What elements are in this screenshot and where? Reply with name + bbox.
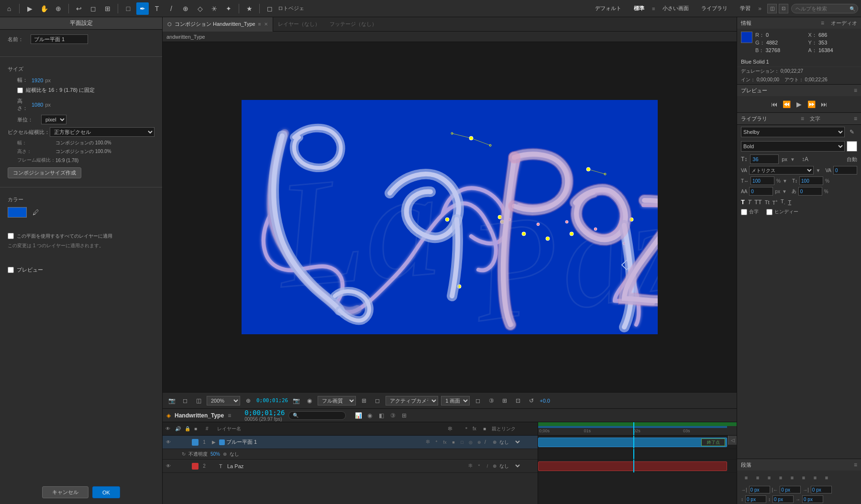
opacity-value[interactable]: 50% (210, 451, 220, 457)
baseline-input[interactable] (749, 187, 773, 196)
tl-3d-btn[interactable]: ③ (388, 411, 397, 420)
track-bar-2[interactable] (538, 461, 727, 471)
tl-mask-btn[interactable]: ◧ (376, 411, 386, 420)
track-expand-btn[interactable]: ◁ (731, 438, 735, 443)
view-select[interactable]: アクティブカメラ (386, 396, 438, 405)
align-right-btn[interactable]: ≡ (764, 472, 774, 483)
l1-cont4[interactable]: ■ (450, 438, 457, 446)
workspace-learn[interactable]: 学習 (735, 3, 755, 13)
play-btn[interactable]: ▶ (794, 99, 805, 110)
canvas-area[interactable]: La Paz (163, 42, 737, 392)
layer-2-audio[interactable] (174, 462, 181, 470)
indent-left[interactable] (749, 486, 770, 493)
undo-tool[interactable]: ↩ (73, 2, 85, 15)
reset-btn[interactable]: ↺ (526, 395, 537, 406)
layer-row-1[interactable]: 👁 1 ▶ ブルー平面 1 串 ＊ fx ■ □ (163, 436, 538, 449)
indent-right[interactable] (780, 486, 801, 493)
search-input[interactable] (791, 4, 858, 13)
fast-preview-btn[interactable]: ◉ (304, 395, 315, 406)
audio-tab[interactable]: オーディオ (831, 20, 857, 27)
pixel-btn[interactable]: ⊡ (513, 395, 523, 406)
workspace-library[interactable]: ライブラリ (696, 3, 732, 13)
prev-frame-btn[interactable]: ⏪ (782, 99, 792, 110)
align-center-btn[interactable]: ≡ (752, 472, 763, 483)
scale-v-input[interactable] (799, 176, 823, 185)
select-tool[interactable]: ▶ (23, 2, 36, 15)
l2-cont1[interactable]: 串 (466, 462, 474, 470)
quality-select[interactable]: フル画質 ハーフ (318, 396, 356, 405)
eyedropper-btn[interactable]: 🖊 (31, 207, 41, 218)
pen-tool[interactable]: ✒ (136, 2, 149, 15)
last-frame-btn[interactable]: ⏭ (819, 99, 829, 110)
transp-btn[interactable]: ◻ (372, 395, 383, 406)
zoom-select[interactable]: 200% 100% 50% (207, 396, 240, 405)
layout-btn[interactable]: ⊡ (779, 4, 788, 13)
tl-search[interactable] (288, 411, 346, 420)
next-frame-btn[interactable]: ⏩ (806, 99, 817, 110)
color-swatch[interactable] (8, 207, 27, 218)
tracking-input[interactable] (833, 166, 857, 175)
info-menu-icon[interactable]: ≡ (821, 20, 824, 26)
italic-btn[interactable]: T (748, 198, 751, 206)
view2-btn[interactable]: ◻ (473, 395, 483, 406)
space-before[interactable] (745, 495, 766, 503)
tl-motion-btn[interactable]: ◉ (365, 411, 375, 420)
text-tool[interactable]: T (151, 2, 163, 15)
bold-btn[interactable]: T (741, 198, 745, 206)
lock-ratio-checkbox[interactable] (17, 88, 23, 93)
3d-btn[interactable]: ③ (486, 395, 497, 406)
region-btn[interactable]: ⊞ (359, 395, 369, 406)
width-value[interactable]: 1920 (32, 77, 43, 83)
l1-cont5[interactable]: □ (458, 438, 466, 446)
tl-graph-btn[interactable]: 📊 (353, 411, 363, 420)
l1-parent-select[interactable]: なし (497, 439, 521, 445)
snapshot-btn[interactable]: 📷 (166, 395, 177, 406)
workspace-default[interactable]: デフォルト (590, 3, 626, 13)
tsume-input[interactable] (798, 187, 822, 196)
l1-cont3[interactable]: fx (441, 438, 449, 446)
align-left-btn[interactable]: ≡ (741, 472, 751, 483)
show-channel-btn[interactable]: ◻ (180, 395, 190, 406)
layer-1-lock[interactable] (183, 438, 190, 446)
underline-btn[interactable]: T (788, 199, 791, 205)
height-value[interactable]: 1080 (32, 102, 43, 108)
tl-timecode[interactable]: 0;00;01;26 (244, 409, 285, 416)
small-caps-btn[interactable]: Tt (765, 199, 770, 205)
workspace-small[interactable]: 小さい画面 (658, 3, 694, 13)
font-size-stepper[interactable]: ▼ (790, 157, 795, 162)
layer-1-expand[interactable]: ▶ (210, 438, 218, 446)
space-after[interactable] (773, 495, 794, 503)
stamp-tool[interactable]: ⊕ (179, 2, 192, 15)
kerning-arrow[interactable]: ▼ (816, 168, 820, 173)
l2-cont3[interactable]: / (484, 462, 491, 470)
star-tool[interactable]: ★ (243, 2, 255, 15)
font-edit-btn[interactable]: ✎ (847, 127, 857, 137)
para-menu[interactable]: ≡ (854, 461, 857, 468)
puppet2-tool[interactable]: ✦ (222, 2, 235, 15)
baseline-arrow[interactable]: ▼ (782, 189, 787, 194)
super-btn[interactable]: T+ (773, 199, 778, 206)
rect-tool[interactable]: □ (122, 2, 134, 15)
zoom-tool[interactable]: ⊕ (52, 2, 65, 15)
capture-btn[interactable]: 📷 (291, 395, 301, 406)
ok-button[interactable]: OK (92, 486, 120, 498)
tl-snap-btn[interactable]: ⊞ (399, 411, 409, 420)
l1-cont2[interactable]: ＊ (432, 438, 440, 446)
hindi-checkbox[interactable] (766, 209, 773, 215)
pixel-ratio-select[interactable]: 正方形ピクセル (50, 127, 155, 137)
tab-value[interactable] (802, 495, 823, 503)
track-bar-1[interactable] (538, 438, 727, 447)
auto-btn[interactable]: 自動 (847, 156, 857, 163)
font-tab[interactable]: 文字 (810, 115, 820, 122)
hand-tool[interactable]: ✋ (38, 2, 50, 15)
scale-h-input[interactable] (751, 176, 774, 185)
preview-checkbox[interactable] (8, 267, 14, 273)
name-input[interactable] (31, 34, 88, 44)
layer-2-expand[interactable] (210, 462, 218, 470)
ligature-checkbox[interactable] (741, 209, 747, 215)
eraser-tool[interactable]: ◇ (194, 2, 206, 15)
layer-2-lock[interactable] (183, 462, 190, 470)
font-color-swatch[interactable] (847, 141, 857, 152)
layer-1-eye[interactable]: 👁 (165, 438, 172, 446)
align-rtl2-btn[interactable]: ≡ (821, 472, 832, 483)
